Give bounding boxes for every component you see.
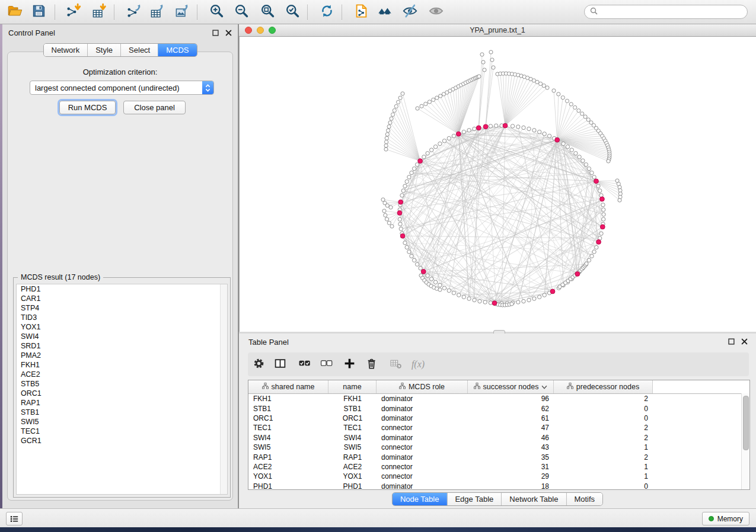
column-header-shared-name[interactable]: shared name — [248, 380, 328, 393]
graph-node[interactable] — [435, 96, 439, 100]
graph-node[interactable] — [516, 125, 520, 129]
graph-node[interactable] — [415, 262, 419, 266]
mcds-result-item[interactable]: CAR1 — [17, 294, 227, 303]
graph-node[interactable] — [557, 92, 560, 96]
mcds-result-item[interactable]: ORC1 — [17, 389, 227, 398]
column-header-successor-nodes[interactable]: successor nodes — [468, 380, 554, 393]
graph-node[interactable] — [403, 241, 407, 245]
graph-node[interactable] — [416, 107, 419, 110]
graph-node[interactable] — [462, 130, 465, 134]
graph-node[interactable] — [492, 66, 495, 69]
graph-node[interactable] — [397, 100, 400, 104]
graph-node[interactable] — [457, 293, 461, 297]
graph-node[interactable] — [481, 60, 485, 64]
graph-node[interactable] — [561, 96, 564, 100]
mcds-result-item[interactable]: YOX1 — [17, 322, 227, 332]
mcds-dominator-node[interactable] — [503, 123, 508, 128]
mcds-result-item[interactable]: SWI5 — [17, 417, 227, 427]
table-tab-network-table[interactable]: Network Table — [501, 493, 566, 505]
graph-node[interactable] — [467, 129, 471, 132]
graph-node[interactable] — [552, 89, 556, 92]
graph-node[interactable] — [442, 286, 446, 290]
graph-node[interactable] — [400, 194, 404, 197]
birdseye-view-button[interactable] — [374, 2, 396, 22]
graph-node[interactable] — [574, 152, 578, 155]
mcds-dominator-node[interactable] — [550, 289, 555, 294]
mcds-result-item[interactable]: GCR1 — [17, 436, 227, 446]
graph-node[interactable] — [442, 139, 446, 143]
table-row[interactable]: SWI5SWI5connector431 — [248, 443, 749, 452]
graph-node[interactable] — [384, 144, 388, 148]
tab-select[interactable]: Select — [120, 44, 158, 56]
graph-node[interactable] — [462, 295, 465, 299]
graph-node[interactable] — [419, 267, 422, 270]
graph-node[interactable] — [483, 68, 486, 72]
graph-node[interactable] — [573, 105, 577, 109]
graph-node[interactable] — [439, 94, 442, 98]
graph-node[interactable] — [587, 258, 591, 262]
mcds-result-item[interactable]: PMA2 — [17, 351, 227, 360]
window-zoom-button[interactable] — [269, 27, 276, 34]
graph-node[interactable] — [577, 109, 580, 113]
graph-node[interactable] — [384, 148, 388, 151]
add-row-button[interactable] — [341, 356, 358, 373]
zoom-fit-button[interactable] — [256, 2, 279, 22]
graph-node[interactable] — [401, 92, 404, 95]
table-row[interactable]: ACE2ACE2connector311 — [248, 462, 749, 472]
graph-node[interactable] — [590, 254, 594, 258]
mcds-dominator-node[interactable] — [397, 211, 402, 216]
graph-node[interactable] — [388, 121, 392, 124]
graph-node[interactable] — [473, 127, 476, 130]
graph-node[interactable] — [598, 189, 602, 193]
task-history-button[interactable] — [6, 512, 23, 525]
mcds-result-item[interactable]: TID3 — [17, 313, 227, 322]
graph-node[interactable] — [394, 104, 398, 108]
graph-node[interactable] — [398, 217, 401, 221]
graph-node[interactable] — [385, 140, 388, 144]
graph-node[interactable] — [410, 254, 413, 258]
search-box[interactable] — [584, 5, 748, 19]
table-row[interactable]: RAP1RAP1dominator352 — [248, 452, 749, 462]
graph-node[interactable] — [430, 277, 433, 281]
graph-node[interactable] — [527, 298, 531, 302]
refresh-view-button[interactable] — [315, 2, 338, 22]
table-scrollbar-thumb[interactable] — [743, 396, 749, 450]
mcds-list-scrollbar[interactable] — [220, 284, 227, 494]
zoom-selected-button[interactable] — [281, 2, 304, 22]
mcds-result-item[interactable]: RAP1 — [17, 398, 227, 408]
mcds-dominator-node[interactable] — [483, 124, 488, 129]
graph-node[interactable] — [385, 204, 389, 207]
graph-node[interactable] — [438, 142, 442, 145]
graph-node[interactable] — [546, 86, 549, 89]
graph-node[interactable] — [565, 99, 569, 102]
mcds-dominator-node[interactable] — [476, 126, 481, 130]
table-row[interactable]: YOX1YOX1connector291 — [248, 472, 749, 481]
graph-node[interactable] — [539, 82, 543, 85]
graph-node[interactable] — [452, 134, 455, 137]
graph-node[interactable] — [478, 299, 481, 303]
mcds-dominator-node[interactable] — [594, 179, 599, 184]
graph-node[interactable] — [562, 142, 565, 145]
delete-table-button[interactable] — [387, 356, 404, 373]
graph-node[interactable] — [452, 291, 455, 294]
mcds-result-item[interactable]: SRD1 — [17, 341, 227, 351]
mcds-result-item[interactable]: SWI4 — [17, 332, 227, 341]
graph-node[interactable] — [426, 274, 429, 277]
graph-node[interactable] — [602, 217, 605, 221]
graph-node[interactable] — [430, 148, 433, 152]
float-panel-button[interactable] — [212, 30, 219, 36]
graph-node[interactable] — [398, 222, 402, 226]
table-row[interactable]: PHD1PHD1dominator180 — [248, 482, 749, 490]
search-input[interactable] — [601, 7, 742, 17]
graph-node[interactable] — [422, 155, 426, 159]
import-table-button[interactable] — [88, 2, 110, 22]
graph-node[interactable] — [412, 258, 416, 262]
export-image-button[interactable] — [171, 2, 193, 22]
graph-node[interactable] — [522, 299, 525, 303]
graph-node[interactable] — [385, 217, 388, 221]
graph-node[interactable] — [428, 100, 431, 104]
network-canvas[interactable] — [239, 37, 756, 332]
graph-node[interactable] — [385, 136, 388, 140]
graph-node[interactable] — [581, 159, 585, 162]
graph-node[interactable] — [424, 102, 428, 105]
